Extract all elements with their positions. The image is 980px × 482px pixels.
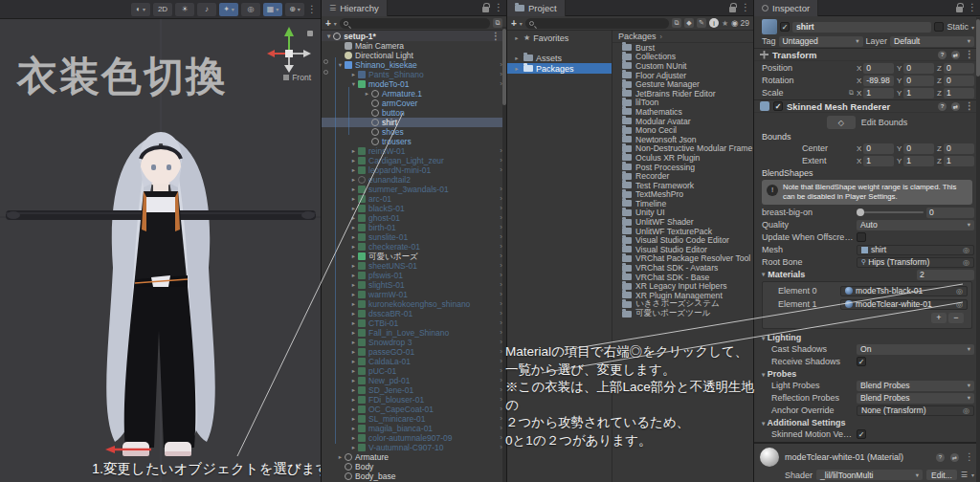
kebab-menu-icon[interactable]: ⋮ xyxy=(968,3,977,12)
hierarchy-item[interactable]: Cardigan_Light_zeur xyxy=(322,156,506,165)
package-folder-row[interactable]: UnlitWF Shader xyxy=(612,217,753,227)
scale-z-field[interactable]: 1 xyxy=(944,88,974,99)
hierarchy-item[interactable]: checkerate-01 xyxy=(322,242,506,252)
add-material-button[interactable]: + xyxy=(931,313,947,323)
package-folder-row[interactable]: 可愛いポーズツール xyxy=(612,309,753,318)
expand-arrow-icon[interactable] xyxy=(349,242,358,252)
package-folder-row[interactable]: VRChat SDK - Base xyxy=(612,273,753,282)
project-tab[interactable]: Project xyxy=(507,0,566,16)
expand-arrow-icon[interactable] xyxy=(349,309,358,318)
expand-arrow-icon[interactable] xyxy=(349,194,358,204)
hierarchy-item[interactable]: ghost-01 xyxy=(322,213,506,223)
hierarchy-item[interactable]: color-autumnale907-09 xyxy=(322,433,506,443)
package-visibility-icon[interactable]: ◆ xyxy=(684,18,694,28)
package-folder-row[interactable]: Oculus XR Plugin xyxy=(612,153,753,163)
material-preview-sphere[interactable] xyxy=(760,448,779,467)
hierarchy-item[interactable]: New_pd-01 xyxy=(322,376,506,385)
presets-icon[interactable]: ⇄ xyxy=(951,102,960,111)
create-dropdown-icon[interactable]: ▾ xyxy=(520,20,523,27)
expand-arrow-icon[interactable] xyxy=(349,213,358,223)
receive-shadows-checkbox[interactable]: ✓ xyxy=(857,357,866,366)
expand-arrow-icon[interactable] xyxy=(336,452,345,462)
offscreen-checkbox[interactable] xyxy=(857,232,866,242)
package-folder-row[interactable]: lilToon xyxy=(612,99,753,108)
package-folder-row[interactable]: Custom NUnit xyxy=(612,61,753,71)
expand-arrow-icon[interactable] xyxy=(349,385,358,395)
hierarchy-item[interactable]: OC_CapeCoat-01 xyxy=(322,405,506,414)
kebab-menu-icon[interactable]: ⋮ xyxy=(741,3,750,12)
inspector-tab[interactable]: Inspector xyxy=(754,0,818,16)
extent-x-field[interactable]: 1 xyxy=(863,156,894,166)
object-picker-icon[interactable]: ◎ xyxy=(956,287,963,296)
package-folder-row[interactable]: Unity UI xyxy=(612,208,753,218)
breadcrumb[interactable]: Packages › xyxy=(612,31,753,43)
expand-arrow-icon[interactable]: ▸ xyxy=(513,34,521,42)
inspector-scrollbar[interactable] xyxy=(976,17,980,482)
expand-arrow-icon[interactable] xyxy=(349,290,358,299)
package-folder-row[interactable]: Mathematics xyxy=(612,107,753,117)
kebab-menu-icon[interactable]: ⋮ xyxy=(965,101,974,111)
expand-arrow-icon[interactable] xyxy=(349,79,358,89)
hierarchy-item[interactable]: Directional Light xyxy=(322,51,506,60)
hierarchy-item[interactable]: 可愛いポーズ xyxy=(322,252,506,261)
transform-section-header[interactable]: Transform ?⇄⋮ xyxy=(754,48,980,61)
center-y-field[interactable]: 0 xyxy=(903,143,934,154)
material-element-row[interactable]: Element 1 modeTclear-white-01 ◎ xyxy=(763,297,971,311)
hierarchy-item[interactable]: pUC-01 xyxy=(322,366,506,376)
mesh-object-field[interactable]: shirt◎ xyxy=(857,245,974,255)
hierarchy-item[interactable]: sunslite-01 xyxy=(322,232,506,242)
kebab-menu-icon[interactable]: ⋮ xyxy=(494,3,503,12)
expand-arrow-icon[interactable] xyxy=(349,232,358,242)
hidden-count-badge[interactable]: ◉29 xyxy=(731,18,749,28)
expand-arrow-icon[interactable] xyxy=(349,204,358,213)
hierarchy-item[interactable]: CaldaLa-01 xyxy=(322,357,506,366)
search-by-type-icon[interactable]: ⧉ xyxy=(493,18,502,28)
reflection-probes-dropdown[interactable]: Blend Probes xyxy=(857,393,974,404)
help-icon[interactable]: ? xyxy=(938,102,947,111)
hierarchy-search-input[interactable] xyxy=(340,18,490,29)
hierarchy-item[interactable]: Snowdrop 3 xyxy=(322,338,506,347)
hierarchy-item[interactable]: eunandtail2 xyxy=(322,175,506,185)
shading-mode-button[interactable]: ◐▾ xyxy=(131,3,150,16)
object-picker-icon[interactable]: ◎ xyxy=(963,246,969,254)
expand-arrow-icon[interactable] xyxy=(349,338,358,347)
package-folder-row[interactable]: Visual Studio Editor xyxy=(612,245,753,254)
hierarchy-item[interactable]: Body xyxy=(322,462,506,471)
hierarchy-item[interactable]: Armature xyxy=(322,452,506,462)
hierarchy-item[interactable]: Fall_in_Love_Shinano xyxy=(322,328,506,338)
hierarchy-item[interactable]: Pants_Shinano xyxy=(322,70,506,79)
scale-y-field[interactable]: 1 xyxy=(903,88,934,99)
edit-bounds-button[interactable]: ◇ xyxy=(827,116,856,129)
lighting-section-label[interactable]: Lighting xyxy=(768,333,802,342)
rotation-x-field[interactable]: -89.98 xyxy=(863,76,894,86)
package-folder-row[interactable]: Collections xyxy=(612,53,753,62)
additional-settings-label[interactable]: Additional Settings xyxy=(767,418,845,427)
kebab-menu-icon[interactable]: ⋮ xyxy=(965,452,974,462)
hierarchy-item[interactable]: Main Camera xyxy=(322,41,506,51)
hierarchy-tab[interactable]: ☰Hierarchy xyxy=(322,0,388,16)
expand-arrow-icon[interactable]: ▾ xyxy=(327,33,330,40)
hierarchy-item[interactable]: warmW-01 xyxy=(322,290,506,299)
hierarchy-item[interactable]: trousers xyxy=(322,137,506,146)
expand-arrow-icon[interactable] xyxy=(349,366,358,376)
package-folder-row[interactable]: Non-Destructive Modular Frame xyxy=(612,144,753,154)
smr-section-header[interactable]: ✓ Skinned Mesh Renderer ?⇄⋮ xyxy=(754,99,980,113)
expand-arrow-icon[interactable] xyxy=(349,175,358,185)
package-folder-row[interactable]: VRChat Package Resolver Tool xyxy=(612,254,753,264)
shader-menu-dropdown-icon[interactable]: ▾ xyxy=(971,471,974,478)
probes-section-label[interactable]: Probes xyxy=(768,369,797,379)
static-checkbox[interactable] xyxy=(934,22,944,32)
package-folder-row[interactable]: Recorder xyxy=(612,171,753,181)
help-icon[interactable]: ? xyxy=(938,51,947,59)
expand-arrow-icon[interactable]: ▸ xyxy=(513,65,521,73)
scene-lighting-button[interactable]: ☀ xyxy=(175,3,194,16)
smr-enabled-checkbox[interactable]: ✓ xyxy=(773,101,783,111)
lock-icon[interactable] xyxy=(956,7,963,12)
hidden-objects-button[interactable]: ◎ xyxy=(241,3,260,16)
expand-arrow-icon[interactable] xyxy=(349,185,358,194)
position-y-field[interactable]: 0 xyxy=(903,63,934,74)
hierarchy-item[interactable]: V-autumnal-C907-10 xyxy=(322,443,506,452)
cast-shadows-dropdown[interactable]: On xyxy=(857,344,974,355)
lock-icon[interactable] xyxy=(729,7,736,12)
expand-arrow-icon[interactable] xyxy=(349,252,358,261)
